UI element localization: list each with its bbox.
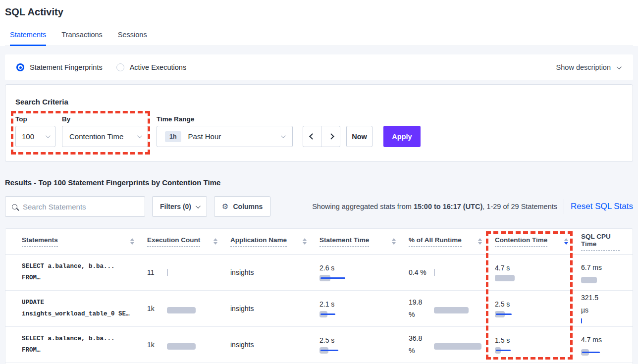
percent-runtime-cell: 0.4 % [409,266,495,279]
application-name-cell: insights [230,305,319,312]
reset-sql-stats-link[interactable]: Reset SQL Stats [571,202,633,211]
time-range-label: Time Range [157,115,194,123]
statements-cell[interactable]: UPDATEinsights_workload_table_0 SE… [22,297,147,320]
metric-bar [434,343,481,350]
radio-statement-fingerprints[interactable]: Statement Fingerprints [16,63,103,71]
metric-bar [319,347,337,354]
sql-activity-page: SQL Activity Statements Transactions Ses… [0,0,638,364]
contention-time-cell: 1.5 s [495,336,581,354]
sql-cpu-time-cell: 4.7 ms [581,334,633,356]
search-criteria-heading: Search Criteria [15,98,68,106]
metric-bar [495,311,511,317]
table-body: SELECT a.balance, b.ba...FROM…11insights… [5,255,633,363]
metric-tick [434,269,435,276]
contention-time-cell-value: 4.7 s [495,264,581,272]
vertical-divider [564,199,564,214]
page-title: SQL Activity [5,6,633,18]
prev-time-button[interactable] [303,126,321,147]
time-range-badge: 1h [165,131,181,142]
chevron-down-icon [196,204,201,208]
chevron-down-icon [281,133,286,138]
show-description-toggle[interactable]: Show description [556,63,620,71]
percent-runtime-value: 0.4 % [409,266,429,279]
next-time-button[interactable] [321,126,340,147]
metric-bar-blue [320,313,335,315]
metric-bar [167,307,196,313]
column-header-contention-time[interactable]: Contention Time [495,236,581,247]
stats-suffix: , 1-29 of 29 Statements [482,203,557,210]
sort-arrows-icon [303,238,307,245]
tab-bar: Statements Transactions Sessions [5,31,633,46]
stats-range: 15:00 to 16:17 (UTC) [414,203,482,210]
statements-table: StatementsExecution CountApplication Nam… [5,228,633,364]
sort-arrows-icon [213,238,217,245]
column-header-statements[interactable]: Statements [22,236,147,247]
metric-tick [167,269,168,276]
radio-statement-fingerprints-label: Statement Fingerprints [30,63,103,71]
metric-bar [167,343,196,350]
tab-sessions[interactable]: Sessions [118,31,147,46]
column-header-application-name[interactable]: Application Name [230,236,319,247]
contention-time-cell: 2.5 s [495,300,581,317]
statements-cell[interactable]: SELECT a.balance, b.ba...FROM… [22,261,147,284]
time-range-select[interactable]: 1h Past Hour [157,126,293,147]
filters-button[interactable]: Filters (0) [152,196,207,217]
apply-button[interactable]: Apply [383,126,421,147]
content-area: Statement Fingerprints Active Executions… [0,46,638,364]
sort-down-icon [130,242,134,245]
metric-bar [495,275,515,281]
metric-bar-blue [582,352,600,353]
metric-bar-gray [434,307,469,313]
sql-line-1: UPDATE [22,297,147,309]
table-header-row: StatementsExecution CountApplication Nam… [5,229,633,255]
by-label: By [62,115,70,123]
by-select[interactable]: Contention Time [62,126,148,147]
time-nav-group [303,126,340,147]
column-header-statement-time[interactable]: Statement Time [319,236,409,247]
chevron-down-icon [137,133,142,138]
column-header-sql-cpu-time[interactable]: SQL CPU Time [581,233,633,251]
gear-icon: ⚙ [222,202,228,211]
metric-bar-gray [167,307,196,313]
statement-time-cell-value: 2.1 s [319,300,409,308]
metric-bar-gray [581,277,597,283]
now-button[interactable]: Now [346,126,372,147]
top-label: Top [15,115,27,123]
columns-button-label: Columns [233,203,263,210]
metric-bar [581,349,599,356]
tab-transactions[interactable]: Transactions [61,31,102,46]
column-header-label: Application Name [230,236,287,247]
column-header-label: Statement Time [319,236,369,247]
by-select-value: Contention Time [69,132,137,141]
radio-selected-icon [16,63,24,71]
sql-cpu-time-cell: 321.5 µs [581,292,633,325]
sort-up-icon [213,238,217,241]
metric-bar [319,275,344,281]
sql-line-2: FROM… [22,272,147,284]
contention-time-cell: 4.7 s [495,264,581,281]
sort-down-icon [478,242,482,245]
statements-cell[interactable]: SELECT a.balance, b.ba...FROM… [22,333,147,356]
columns-button[interactable]: ⚙ Columns [214,196,270,217]
column-header--of-all-runtime[interactable]: % of All Runtime [409,236,495,247]
search-statements-input[interactable] [23,203,145,211]
sql-line-1: SELECT a.balance, b.ba... [22,333,147,345]
sql-line-1: SELECT a.balance, b.ba... [22,261,147,272]
search-box [5,196,145,217]
metric-bar-blue [320,350,338,351]
top-select[interactable]: 100 [15,126,55,147]
execution-count-cell: 1k [147,340,230,350]
sql-cpu-time-cell-value: 4.7 ms [581,334,607,346]
metric-bar-gray [167,343,196,350]
column-header-execution-count[interactable]: Execution Count [147,236,230,247]
column-header-label: SQL CPU Time [581,233,620,251]
radio-active-executions[interactable]: Active Executions [116,63,186,71]
stats-prefix: Showing aggregated stats from [312,203,414,210]
chevron-down-icon [46,133,51,138]
search-icon [12,204,17,209]
tab-statements[interactable]: Statements [10,31,46,46]
sort-up-icon [478,238,482,241]
execution-count-cell: 11 [147,268,230,276]
show-description-label: Show description [556,63,611,71]
metric-bar [581,277,597,283]
